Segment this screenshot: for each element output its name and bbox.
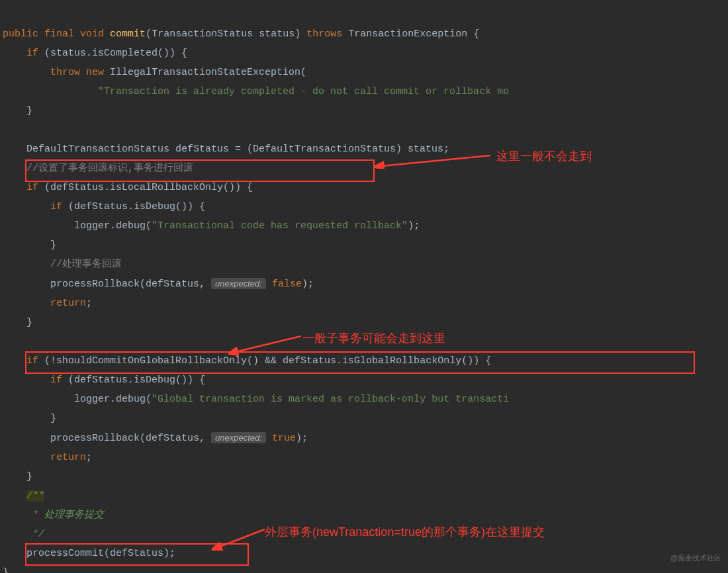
code-line-16: }: [3, 317, 32, 328]
code-line-6: [3, 124, 9, 136]
code-editor[interactable]: public final void commit(TransactionStat…: [0, 5, 728, 573]
code-line-27: */: [3, 529, 44, 540]
code-line-11: logger.debug("Transactional code has req…: [3, 220, 420, 232]
code-line-13: //处理事务回滚: [3, 259, 122, 270]
code-line-3: throw new IllegalTransactionStateExcepti…: [3, 67, 306, 78]
code-line-1: public final void commit(TransactionStat…: [3, 28, 479, 40]
code-line-4: "Transaction is already completed - do n…: [3, 86, 509, 97]
code-line-12: }: [3, 240, 56, 251]
code-line-21: }: [3, 413, 56, 424]
param-hint-1: unexpected:: [211, 278, 266, 289]
annotation-1: 这里一般不会走到: [496, 147, 592, 166]
code-line-24: }: [3, 471, 32, 482]
code-line-29: }: [3, 567, 9, 573]
code-line-7: DefaultTransactionStatus defStatus = (De…: [3, 144, 449, 155]
code-line-15: return;: [3, 298, 92, 309]
code-line-5: }: [3, 105, 32, 116]
annotation-3: 外层事务(newTranaction=true的那个事务)在这里提交: [265, 523, 545, 542]
code-line-23: return;: [3, 452, 92, 463]
code-line-14: processRollback(defStatus, unexpected: f…: [3, 279, 314, 290]
code-line-22: processRollback(defStatus, unexpected: t…: [3, 433, 308, 444]
code-line-2: if (status.isCompleted()) {: [3, 48, 187, 59]
code-line-25: /**: [3, 490, 44, 502]
code-line-9: if (defStatus.isLocalRollbackOnly()) {: [3, 182, 253, 193]
code-line-8: //设置了事务回滚标识,事务进行回滚: [3, 163, 193, 174]
code-line-28: processCommit(defStatus);: [3, 548, 175, 559]
code-line-18: if (!shouldCommitOnGlobalRollbackOnly() …: [3, 355, 491, 367]
param-hint-2: unexpected:: [211, 432, 266, 443]
code-line-19: if (defStatus.isDebug()) {: [3, 375, 205, 386]
code-line-10: if (defStatus.isDebug()) {: [3, 201, 205, 212]
code-line-20: logger.debug("Global transaction is mark…: [3, 394, 509, 405]
watermark: @掘金技术社区: [670, 549, 721, 568]
code-line-26: * 处理事务提交: [3, 509, 104, 521]
annotation-2: 一般子事务可能会走到这里: [302, 329, 445, 348]
code-line-17: [3, 336, 9, 347]
